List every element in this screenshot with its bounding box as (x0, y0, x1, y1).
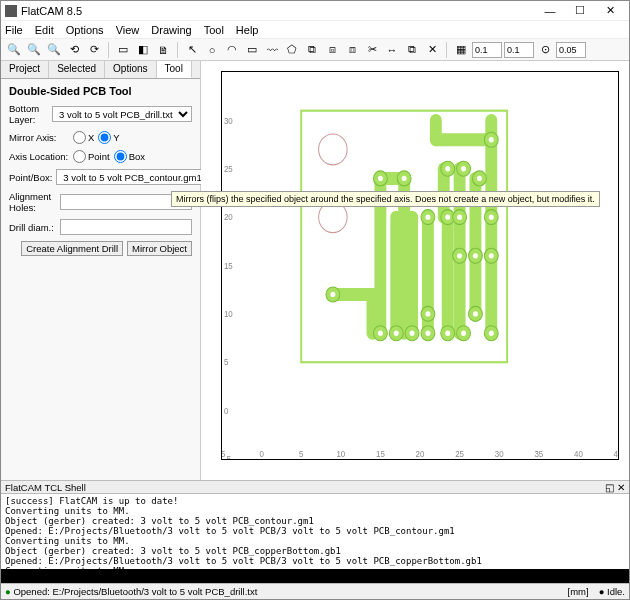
svg-text:35: 35 (534, 450, 543, 459)
svg-text:-5: -5 (224, 455, 231, 459)
idle-label: Idle. (607, 586, 625, 597)
svg-point-75 (425, 331, 430, 336)
tab-project[interactable]: Project (1, 61, 49, 78)
line-icon[interactable]: 🗎 (154, 41, 172, 59)
shell-input[interactable] (1, 569, 629, 583)
minimize-button[interactable]: — (535, 2, 565, 20)
zoom-out-icon[interactable]: 🔍 (25, 41, 43, 59)
axis-box-radio[interactable]: Box (114, 150, 145, 163)
svg-point-51 (489, 137, 494, 142)
svg-point-63 (473, 253, 478, 258)
menu-tool[interactable]: Tool (204, 24, 224, 36)
svg-text:5: 5 (299, 450, 304, 459)
mirror-x-radio[interactable]: X (73, 131, 94, 144)
svg-text:20: 20 (224, 213, 233, 222)
snap-icon[interactable]: ⊙ (536, 41, 554, 59)
toolbar: 🔍 🔍 🔍 ⟲ ⟳ ▭ ◧ 🗎 ↖ ○ ◠ ▭ 〰 ⬠ ⧉ ⧇ ⧈ ✂ ↔ ⧉ … (1, 39, 629, 61)
plot-canvas[interactable]: -5051015202530354045-5051015202530 Mirro… (201, 61, 629, 480)
svg-text:5: 5 (224, 358, 229, 367)
subtract-icon[interactable]: ⧈ (343, 41, 361, 59)
svg-point-73 (410, 331, 415, 336)
svg-text:10: 10 (336, 450, 345, 459)
svg-point-59 (489, 214, 494, 219)
snap-input[interactable] (556, 42, 586, 58)
bottom-layer-select[interactable]: 3 volt to 5 volt PCB_drill.txt (52, 106, 192, 122)
select-icon[interactable]: ↖ (183, 41, 201, 59)
tab-options[interactable]: Options (105, 61, 156, 78)
zoom-in-icon[interactable]: 🔍 (5, 41, 23, 59)
status-bar: ● Opened: E:/Projects/Bluetooth/3 volt t… (1, 583, 629, 599)
cut-icon[interactable]: ✂ (363, 41, 381, 59)
svg-point-53 (425, 214, 430, 219)
polygon-icon[interactable]: ⬠ (283, 41, 301, 59)
menu-file[interactable]: File (5, 24, 23, 36)
sidebar: Project Selected Options Tool Double-Sid… (1, 61, 201, 480)
svg-point-67 (330, 292, 335, 297)
grid-y-input[interactable] (504, 42, 534, 58)
intersect-icon[interactable]: ⧇ (323, 41, 341, 59)
bottom-layer-label: Bottom Layer: (9, 103, 48, 125)
move-icon[interactable]: ↔ (383, 41, 401, 59)
svg-text:30: 30 (224, 116, 233, 125)
svg-point-43 (402, 176, 407, 181)
svg-point-79 (445, 331, 450, 336)
menu-drawing[interactable]: Drawing (151, 24, 191, 36)
replot-icon[interactable]: ⟳ (85, 41, 103, 59)
panel-title: Double-Sided PCB Tool (9, 85, 192, 97)
tab-tool[interactable]: Tool (157, 61, 192, 78)
svg-point-45 (445, 166, 450, 171)
circle-icon[interactable]: ○ (203, 41, 221, 59)
axis-loc-label: Axis Location: (9, 151, 69, 162)
align-holes-label: Alignment Holes: (9, 191, 56, 213)
svg-text:10: 10 (224, 310, 233, 319)
svg-text:20: 20 (416, 450, 425, 459)
svg-point-65 (489, 253, 494, 258)
sidebar-tabs: Project Selected Options Tool (1, 61, 200, 79)
polyline-icon[interactable]: 〰 (263, 41, 281, 59)
shell-header: FlatCAM TCL Shell ◱ ✕ (1, 480, 629, 494)
create-alignment-button[interactable]: Create Alignment Drill (21, 241, 123, 256)
mirror-object-button[interactable]: Mirror Object (127, 241, 192, 256)
pointbox-select[interactable]: 3 volt to 5 volt PCB_contour.gm1 (56, 169, 221, 185)
units-label: [mm] (568, 586, 589, 597)
zoom-fit-icon[interactable]: 🔍 (45, 41, 63, 59)
union-icon[interactable]: ⧉ (303, 41, 321, 59)
svg-point-81 (461, 331, 466, 336)
rect-icon[interactable]: ◧ (134, 41, 152, 59)
menu-view[interactable]: View (116, 24, 140, 36)
menu-edit[interactable]: Edit (35, 24, 54, 36)
rect2-icon[interactable]: ▭ (243, 41, 261, 59)
menu-help[interactable]: Help (236, 24, 259, 36)
axis-point-radio[interactable]: Point (73, 150, 110, 163)
tooltip: Mirrors (flips) the specified object aro… (171, 191, 600, 207)
svg-point-77 (425, 311, 430, 316)
mirror-axis-label: Mirror Axis: (9, 132, 69, 143)
svg-point-55 (445, 214, 450, 219)
shell-close-icon[interactable]: ✕ (617, 482, 625, 493)
svg-point-85 (489, 331, 494, 336)
svg-text:15: 15 (224, 261, 233, 270)
svg-point-47 (461, 166, 466, 171)
svg-point-20 (319, 134, 348, 165)
new-geo-icon[interactable]: ▭ (114, 41, 132, 59)
menu-options[interactable]: Options (66, 24, 104, 36)
svg-text:30: 30 (495, 450, 504, 459)
svg-point-83 (473, 311, 478, 316)
shell-float-icon[interactable]: ◱ (605, 482, 614, 493)
copy-icon[interactable]: ⧉ (403, 41, 421, 59)
tab-selected[interactable]: Selected (49, 61, 105, 78)
svg-text:0: 0 (259, 450, 264, 459)
mirror-y-radio[interactable]: Y (98, 131, 119, 144)
drill-diam-input[interactable] (60, 219, 192, 235)
close-button[interactable]: ✕ (595, 2, 625, 20)
delete-icon[interactable]: ✕ (423, 41, 441, 59)
grid-x-input[interactable] (472, 42, 502, 58)
clear-plot-icon[interactable]: ⟲ (65, 41, 83, 59)
menu-bar: File Edit Options View Drawing Tool Help (1, 21, 629, 39)
maximize-button[interactable]: ☐ (565, 2, 595, 20)
grid-icon[interactable]: ▦ (452, 41, 470, 59)
svg-text:15: 15 (376, 450, 385, 459)
svg-text:25: 25 (224, 165, 233, 174)
svg-point-49 (477, 176, 482, 181)
arc-icon[interactable]: ◠ (223, 41, 241, 59)
